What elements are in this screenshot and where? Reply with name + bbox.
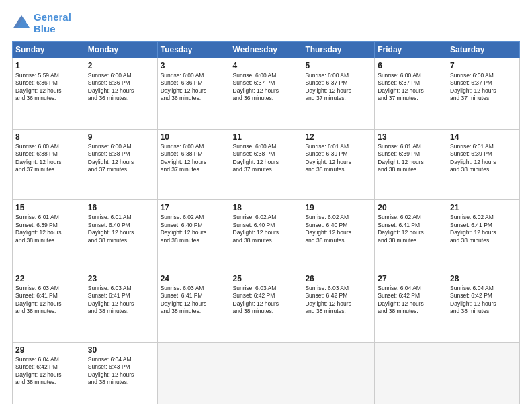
calendar-day-cell: [157, 342, 230, 404]
calendar-day-cell: 18Sunrise: 6:02 AM Sunset: 6:40 PM Dayli…: [230, 200, 302, 271]
day-number: 19: [305, 203, 371, 212]
day-info: Sunrise: 6:04 AM Sunset: 6:43 PM Dayligh…: [88, 356, 154, 387]
calendar-day-cell: 22Sunrise: 6:03 AM Sunset: 6:41 PM Dayli…: [13, 271, 85, 342]
day-info: Sunrise: 6:00 AM Sunset: 6:38 PM Dayligh…: [161, 143, 227, 174]
calendar-header-row: SundayMondayTuesdayWednesdayThursdayFrid…: [13, 42, 520, 58]
day-number: 27: [378, 274, 444, 283]
calendar-body: 1Sunrise: 5:59 AM Sunset: 6:36 PM Daylig…: [13, 58, 520, 404]
logo-text: General Blue: [34, 12, 71, 34]
calendar-day-cell: 23Sunrise: 6:03 AM Sunset: 6:41 PM Dayli…: [85, 271, 157, 342]
calendar-day-cell: 8Sunrise: 6:00 AM Sunset: 6:38 PM Daylig…: [13, 129, 85, 200]
calendar-day-cell: 24Sunrise: 6:03 AM Sunset: 6:41 PM Dayli…: [157, 271, 230, 342]
day-info: Sunrise: 6:04 AM Sunset: 6:42 PM Dayligh…: [378, 285, 444, 316]
calendar-day-cell: 11Sunrise: 6:00 AM Sunset: 6:38 PM Dayli…: [230, 129, 302, 200]
calendar-day-cell: 7Sunrise: 6:00 AM Sunset: 6:37 PM Daylig…: [447, 58, 520, 130]
calendar-day-cell: [302, 342, 375, 404]
calendar-day-cell: 1Sunrise: 5:59 AM Sunset: 6:36 PM Daylig…: [13, 58, 85, 130]
day-number: 20: [378, 203, 444, 212]
day-info: Sunrise: 6:00 AM Sunset: 6:38 PM Dayligh…: [88, 143, 154, 174]
day-number: 6: [378, 61, 444, 71]
calendar-day-cell: 27Sunrise: 6:04 AM Sunset: 6:42 PM Dayli…: [375, 271, 447, 342]
day-number: 16: [88, 203, 154, 212]
day-number: 25: [233, 274, 300, 283]
logo: General Blue: [12, 12, 71, 34]
day-info: Sunrise: 6:00 AM Sunset: 6:37 PM Dayligh…: [450, 72, 517, 103]
calendar-week-row: 15Sunrise: 6:01 AM Sunset: 6:39 PM Dayli…: [13, 200, 520, 271]
calendar-week-row: 8Sunrise: 6:00 AM Sunset: 6:38 PM Daylig…: [13, 129, 520, 200]
calendar-day-cell: 20Sunrise: 6:02 AM Sunset: 6:41 PM Dayli…: [375, 200, 447, 271]
day-info: Sunrise: 6:01 AM Sunset: 6:39 PM Dayligh…: [305, 143, 371, 174]
day-info: Sunrise: 6:04 AM Sunset: 6:42 PM Dayligh…: [450, 285, 517, 316]
day-number: 4: [233, 61, 300, 71]
day-number: 18: [233, 203, 300, 212]
calendar-day-cell: [230, 342, 302, 404]
calendar-day-cell: [447, 342, 520, 404]
day-number: 29: [15, 345, 82, 355]
day-info: Sunrise: 6:01 AM Sunset: 6:40 PM Dayligh…: [88, 214, 154, 244]
page: General Blue SundayMondayTuesdayWednesda…: [0, 0, 532, 411]
calendar-week-row: 1Sunrise: 5:59 AM Sunset: 6:36 PM Daylig…: [13, 58, 520, 130]
logo-icon: [12, 14, 31, 33]
day-number: 30: [88, 345, 154, 355]
day-number: 2: [88, 61, 154, 71]
day-info: Sunrise: 6:03 AM Sunset: 6:41 PM Dayligh…: [88, 285, 154, 316]
day-info: Sunrise: 6:02 AM Sunset: 6:41 PM Dayligh…: [450, 214, 517, 244]
calendar-day-cell: 5Sunrise: 6:00 AM Sunset: 6:37 PM Daylig…: [302, 58, 375, 130]
day-number: 1: [15, 61, 82, 71]
calendar-table: SundayMondayTuesdayWednesdayThursdayFrid…: [12, 41, 520, 404]
day-info: Sunrise: 6:03 AM Sunset: 6:42 PM Dayligh…: [233, 285, 300, 316]
day-info: Sunrise: 6:03 AM Sunset: 6:41 PM Dayligh…: [15, 285, 82, 316]
day-info: Sunrise: 6:02 AM Sunset: 6:40 PM Dayligh…: [233, 214, 300, 244]
day-info: Sunrise: 6:02 AM Sunset: 6:41 PM Dayligh…: [378, 214, 444, 244]
weekday-header: Wednesday: [230, 42, 302, 58]
weekday-header: Monday: [85, 42, 157, 58]
day-number: 28: [450, 274, 517, 283]
calendar-day-cell: 25Sunrise: 6:03 AM Sunset: 6:42 PM Dayli…: [230, 271, 302, 342]
day-info: Sunrise: 6:00 AM Sunset: 6:38 PM Dayligh…: [15, 143, 82, 174]
calendar-day-cell: 9Sunrise: 6:00 AM Sunset: 6:38 PM Daylig…: [85, 129, 157, 200]
calendar-day-cell: [375, 342, 447, 404]
day-info: Sunrise: 6:00 AM Sunset: 6:36 PM Dayligh…: [161, 72, 227, 103]
calendar-day-cell: 28Sunrise: 6:04 AM Sunset: 6:42 PM Dayli…: [447, 271, 520, 342]
header: General Blue: [12, 12, 520, 34]
day-number: 13: [378, 132, 444, 142]
calendar-day-cell: 16Sunrise: 6:01 AM Sunset: 6:40 PM Dayli…: [85, 200, 157, 271]
weekday-header: Thursday: [302, 42, 375, 58]
day-info: Sunrise: 6:00 AM Sunset: 6:38 PM Dayligh…: [233, 143, 300, 174]
weekday-header: Saturday: [447, 42, 520, 58]
day-number: 23: [88, 274, 154, 283]
day-info: Sunrise: 6:04 AM Sunset: 6:42 PM Dayligh…: [15, 356, 82, 387]
day-info: Sunrise: 6:00 AM Sunset: 6:37 PM Dayligh…: [378, 72, 444, 103]
day-number: 12: [305, 132, 371, 142]
calendar-day-cell: 4Sunrise: 6:00 AM Sunset: 6:37 PM Daylig…: [230, 58, 302, 130]
calendar-day-cell: 12Sunrise: 6:01 AM Sunset: 6:39 PM Dayli…: [302, 129, 375, 200]
weekday-header: Sunday: [13, 42, 85, 58]
weekday-header: Tuesday: [157, 42, 230, 58]
day-number: 14: [450, 132, 517, 142]
day-info: Sunrise: 6:03 AM Sunset: 6:41 PM Dayligh…: [161, 285, 227, 316]
day-info: Sunrise: 6:01 AM Sunset: 6:39 PM Dayligh…: [15, 214, 82, 244]
day-number: 15: [15, 203, 82, 212]
calendar-day-cell: 17Sunrise: 6:02 AM Sunset: 6:40 PM Dayli…: [157, 200, 230, 271]
day-info: Sunrise: 6:00 AM Sunset: 6:37 PM Dayligh…: [233, 72, 300, 103]
day-info: Sunrise: 6:03 AM Sunset: 6:42 PM Dayligh…: [305, 285, 371, 316]
day-info: Sunrise: 6:00 AM Sunset: 6:37 PM Dayligh…: [305, 72, 371, 103]
weekday-header: Friday: [375, 42, 447, 58]
calendar-day-cell: 26Sunrise: 6:03 AM Sunset: 6:42 PM Dayli…: [302, 271, 375, 342]
day-info: Sunrise: 6:01 AM Sunset: 6:39 PM Dayligh…: [378, 143, 444, 174]
day-number: 26: [305, 274, 371, 283]
day-number: 11: [233, 132, 300, 142]
calendar-week-row: 29Sunrise: 6:04 AM Sunset: 6:42 PM Dayli…: [13, 342, 520, 404]
calendar-week-row: 22Sunrise: 6:03 AM Sunset: 6:41 PM Dayli…: [13, 271, 520, 342]
day-number: 8: [15, 132, 82, 142]
day-number: 10: [161, 132, 227, 142]
day-number: 17: [161, 203, 227, 212]
day-info: Sunrise: 6:02 AM Sunset: 6:40 PM Dayligh…: [161, 214, 227, 244]
day-number: 5: [305, 61, 371, 71]
calendar-day-cell: 6Sunrise: 6:00 AM Sunset: 6:37 PM Daylig…: [375, 58, 447, 130]
calendar-day-cell: 13Sunrise: 6:01 AM Sunset: 6:39 PM Dayli…: [375, 129, 447, 200]
day-number: 9: [88, 132, 154, 142]
day-info: Sunrise: 6:00 AM Sunset: 6:36 PM Dayligh…: [88, 72, 154, 103]
day-number: 21: [450, 203, 517, 212]
day-number: 22: [15, 274, 82, 283]
